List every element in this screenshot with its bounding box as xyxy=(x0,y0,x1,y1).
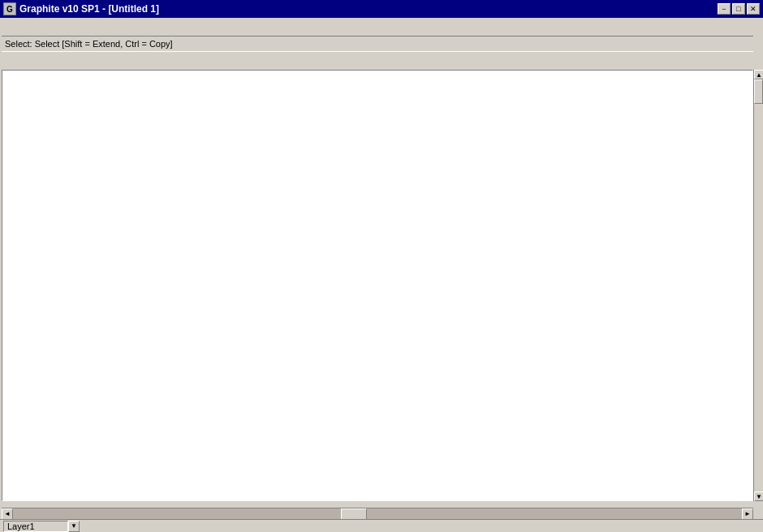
scrollbar-horizontal-thumb[interactable] xyxy=(341,508,367,520)
scroll-down-button[interactable]: ▼ xyxy=(754,491,763,501)
title-bar: G Graphite v10 SP1 - [Untitled 1] − □ ✕ xyxy=(0,0,763,18)
close-button[interactable]: ✕ xyxy=(747,3,760,15)
app-title: Graphite v10 SP1 - [Untitled 1] xyxy=(19,3,159,15)
scrollbar-vertical-thumb[interactable] xyxy=(754,79,763,104)
status-bar: Select: Select [Shift = Extend, Ctrl = C… xyxy=(2,36,753,52)
canvas-area xyxy=(2,70,753,501)
title-bar-left: G Graphite v10 SP1 - [Untitled 1] xyxy=(3,2,159,15)
layer-selector: Layer1 ▼ xyxy=(3,521,80,532)
scroll-left-button[interactable]: ◄ xyxy=(2,508,13,520)
doc-window: Select: Select [Shift = Extend, Ctrl = C… xyxy=(0,18,763,532)
scrollbar-vertical: ▲ ▼ xyxy=(753,70,763,501)
scrollbar-horizontal: ◄ ► xyxy=(2,508,753,519)
bottom-bar: Layer1 ▼ xyxy=(0,519,763,532)
layer-name-label: Layer1 xyxy=(3,521,68,532)
scroll-right-button[interactable]: ► xyxy=(742,508,753,520)
minimize-button[interactable]: − xyxy=(718,3,731,15)
title-bar-controls: − □ ✕ xyxy=(718,3,760,15)
scroll-corner xyxy=(753,509,763,519)
app-icon: G xyxy=(3,2,16,15)
status-text: Select: Select [Shift = Extend, Ctrl = C… xyxy=(5,39,173,49)
scrollbar-horizontal-track[interactable] xyxy=(13,508,742,520)
maximize-button[interactable]: □ xyxy=(732,3,745,15)
layer-dropdown-button[interactable]: ▼ xyxy=(68,521,80,532)
scrollbar-vertical-track[interactable] xyxy=(754,79,763,491)
scroll-up-button[interactable]: ▲ xyxy=(754,70,763,79)
